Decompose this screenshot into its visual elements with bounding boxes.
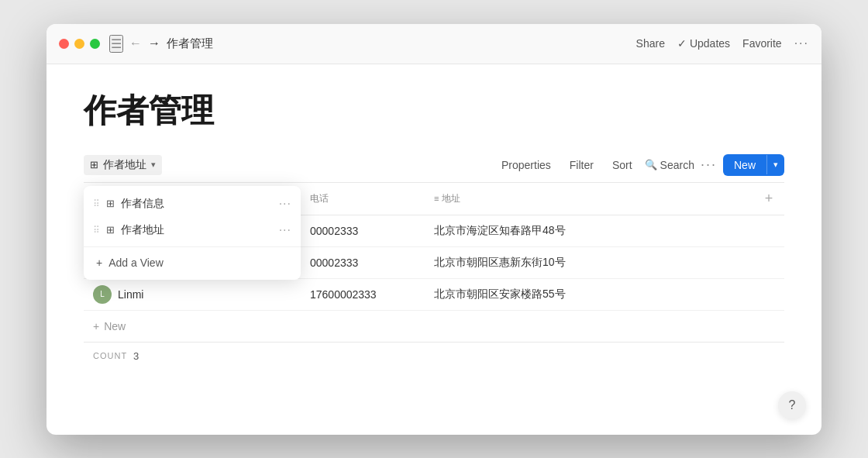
- help-button[interactable]: ?: [778, 391, 806, 419]
- new-row-button[interactable]: + New: [84, 314, 301, 339]
- toolbar-more-button[interactable]: ···: [701, 157, 717, 173]
- view-selector-label: 作者地址: [103, 158, 146, 172]
- hamburger-menu-button[interactable]: ☰: [109, 35, 123, 53]
- view-selector-button[interactable]: ⊞ 作者地址 ▾: [84, 155, 162, 175]
- table-icon: ⊞: [106, 224, 115, 236]
- dropdown-item-author-info[interactable]: ⠿ ⊞ 作者信息 ···: [84, 191, 301, 217]
- name-cell: L Linmi: [84, 279, 301, 310]
- nav-arrows: ← →: [129, 36, 160, 50]
- dropdown-item-label: 作者信息: [121, 197, 273, 211]
- new-button-label: New: [723, 154, 766, 176]
- more-options-button[interactable]: ···: [794, 36, 809, 50]
- main-content: 作者管理 ⊞ 作者地址 ▾ Properties Filter Sort 🔍 S…: [46, 64, 822, 435]
- list-icon: ≡: [434, 194, 439, 203]
- window-title: 作者管理: [167, 36, 213, 51]
- drag-handle-icon: ⠿: [93, 225, 100, 236]
- favorite-button[interactable]: Favorite: [742, 37, 782, 50]
- item-more-icon[interactable]: ···: [279, 223, 291, 237]
- phone-cell: 00002333: [301, 219, 425, 243]
- plus-icon: +: [93, 320, 99, 332]
- col-header-phone: 电话: [301, 189, 425, 208]
- new-row-label: New: [104, 320, 126, 332]
- search-button[interactable]: 🔍 Search: [645, 159, 694, 171]
- search-label: Search: [660, 159, 694, 171]
- forward-arrow-button[interactable]: →: [148, 36, 160, 50]
- extra-cell: [753, 288, 784, 301]
- count-bar: COUNT 3: [84, 342, 784, 370]
- chevron-down-icon: ▾: [151, 160, 156, 170]
- properties-button[interactable]: Properties: [495, 156, 557, 174]
- sort-button[interactable]: Sort: [606, 156, 639, 174]
- new-row-row: + New: [84, 311, 784, 342]
- item-more-icon[interactable]: ···: [279, 197, 291, 211]
- updates-label: Updates: [690, 37, 730, 50]
- extra-cell: [753, 257, 784, 269]
- new-button[interactable]: New ▾: [723, 154, 784, 176]
- titlebar-actions: Share ✓ Updates Favorite ···: [636, 36, 809, 50]
- address-cell: 北京市海淀区知春路甲48号: [425, 218, 753, 244]
- titlebar: ☰ ← → 作者管理 Share ✓ Updates Favorite ···: [46, 24, 822, 64]
- close-button[interactable]: [59, 39, 69, 49]
- drag-handle-icon: ⠿: [93, 198, 100, 209]
- avatar-text: L: [100, 290, 105, 298]
- dropdown-item-author-address[interactable]: ⠿ ⊞ 作者地址 ···: [84, 217, 301, 243]
- back-arrow-button[interactable]: ←: [129, 36, 142, 50]
- minimize-button[interactable]: [74, 39, 84, 49]
- divider: [84, 246, 301, 247]
- toolbar: ⊞ 作者地址 ▾ Properties Filter Sort 🔍 Search…: [84, 154, 784, 183]
- col-header-address: ≡ 地址: [425, 189, 753, 208]
- maximize-button[interactable]: [90, 39, 100, 49]
- row-name: Linmi: [118, 288, 143, 301]
- address-label: 地址: [442, 192, 460, 205]
- add-view-label: Add a View: [108, 257, 164, 269]
- address-cell: 北京市朝阳区惠新东街10号: [425, 250, 753, 276]
- avatar: L: [93, 285, 112, 304]
- updates-button[interactable]: ✓ Updates: [677, 37, 730, 50]
- count-label: COUNT: [93, 351, 127, 360]
- dropdown-menu: ⠿ ⊞ 作者信息 ··· ⠿ ⊞ 作者地址 ··· + Add a View: [84, 186, 301, 280]
- dropdown-item-label: 作者地址: [121, 223, 273, 237]
- table-row[interactable]: L Linmi 17600002333 北京市朝阳区安家楼路55号: [84, 279, 784, 311]
- filter-button[interactable]: Filter: [563, 156, 600, 174]
- add-view-button[interactable]: + Add a View: [84, 250, 301, 275]
- table-icon: ⊞: [106, 198, 115, 209]
- check-icon: ✓: [677, 37, 687, 50]
- phone-label: 电话: [310, 192, 329, 205]
- new-button-arrow: ▾: [766, 155, 784, 174]
- extra-cell: [753, 225, 784, 237]
- phone-cell: 17600002333: [301, 282, 425, 307]
- toolbar-wrapper: ⊞ 作者地址 ▾ Properties Filter Sort 🔍 Search…: [84, 154, 784, 183]
- address-cell: 北京市朝阳区安家楼路55号: [425, 281, 753, 308]
- share-button[interactable]: Share: [636, 37, 665, 50]
- add-column-button[interactable]: +: [753, 189, 784, 208]
- grid-icon: ⊞: [90, 159, 98, 170]
- phone-cell: 00002333: [301, 250, 425, 275]
- count-value: 3: [133, 350, 139, 362]
- search-icon: 🔍: [645, 159, 657, 170]
- plus-icon: +: [96, 257, 102, 269]
- traffic-lights: [59, 39, 100, 49]
- app-window: ☰ ← → 作者管理 Share ✓ Updates Favorite ··· …: [46, 24, 822, 435]
- page-title: 作者管理: [84, 89, 784, 133]
